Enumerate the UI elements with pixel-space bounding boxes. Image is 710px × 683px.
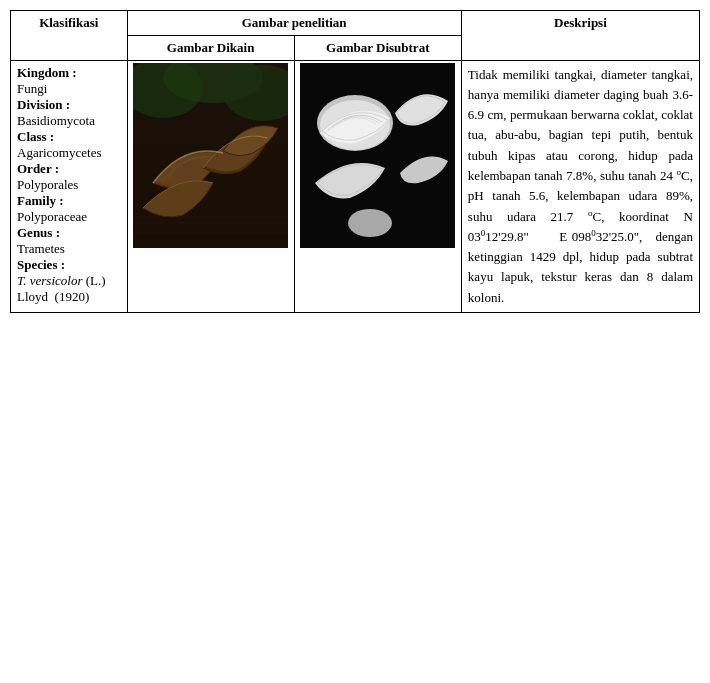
header-gambar-dikain: Gambar Dikain [127,36,294,61]
genus-value: Trametes [17,241,121,257]
image-disubtrat-cell [294,61,461,313]
class-value: Agaricomycetes [17,145,121,161]
image-disubtrat [300,63,455,248]
image-disubtrat-svg [300,63,455,248]
header-deskripsi: Deskripsi [461,11,699,61]
division-label: Division : [17,97,121,113]
order-label: Order : [17,161,121,177]
header-row-1: Klasifikasi Gambar penelitian Deskripsi [11,11,700,36]
content-row: Kingdom : Fungi Division : Basidiomycota… [11,61,700,313]
svg-point-10 [348,209,392,237]
kingdom-label: Kingdom : [17,65,121,81]
species-label: Species : [17,257,121,273]
klasifikasi-cell: Kingdom : Fungi Division : Basidiomycota… [11,61,128,313]
genus-label: Genus : [17,225,121,241]
header-gambar-disubtrat: Gambar Disubtrat [294,36,461,61]
main-table-wrapper: Klasifikasi Gambar penelitian Deskripsi … [10,10,700,313]
family-label: Family : [17,193,121,209]
kingdom-value: Fungi [17,81,121,97]
division-value: Basidiomycota [17,113,121,129]
deskripsi-text: Tidak memiliki tangkai, diameter tangkai… [468,67,693,305]
deskripsi-cell: Tidak memiliki tangkai, diameter tangkai… [461,61,699,313]
classification-table: Klasifikasi Gambar penelitian Deskripsi … [10,10,700,313]
family-value: Polyporaceae [17,209,121,225]
header-klasifikasi: Klasifikasi [11,11,128,61]
class-label: Class : [17,129,121,145]
image-dikain [133,63,288,248]
image-dikain-cell [127,61,294,313]
image-dikain-svg [133,63,288,248]
header-gambar-penelitian: Gambar penelitian [127,11,461,36]
order-value: Polyporales [17,177,121,193]
species-value: T. versicolor (L.) Lloyd (1920) [17,273,121,305]
